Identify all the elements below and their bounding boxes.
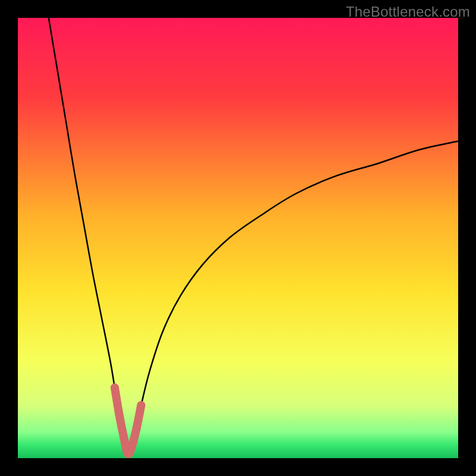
highlight-dot [111,384,119,392]
chart-frame: TheBottleneck.com [0,0,476,476]
optimal-region-highlight [115,388,141,454]
highlight-dot [137,401,145,409]
highlight-dot [133,423,141,431]
curve-layer [18,18,458,458]
highlight-dot [124,450,132,458]
highlight-dot [128,441,136,449]
bottleneck-curve [49,18,458,454]
highlight-dot [120,432,128,440]
plot-area [18,18,458,458]
watermark-text: TheBottleneck.com [346,4,470,20]
highlight-dot [115,410,123,418]
